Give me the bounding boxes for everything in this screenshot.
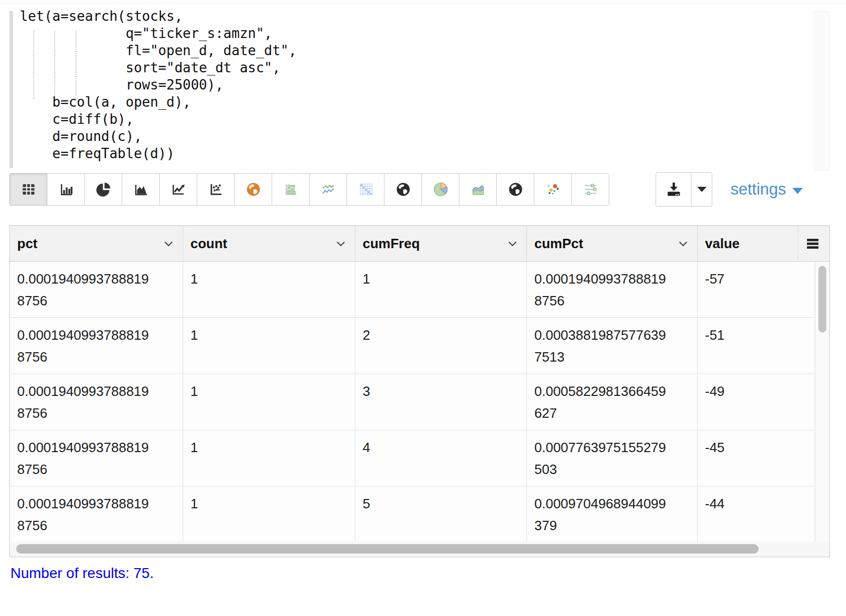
download-options-button[interactable] bbox=[691, 172, 712, 207]
bar-chart-icon bbox=[58, 182, 74, 197]
column-header-cumfreq[interactable]: cumFreq bbox=[355, 226, 527, 261]
cell-value: -45 bbox=[698, 430, 815, 486]
cell-cumpct: 0.0009704968944099379 bbox=[527, 486, 698, 542]
bubble-chart-button[interactable] bbox=[272, 173, 310, 206]
column-header-count[interactable]: count bbox=[183, 226, 355, 261]
area-chart-pastel-button[interactable] bbox=[459, 173, 497, 206]
area-chart-icon bbox=[133, 182, 149, 197]
column-label: count bbox=[190, 236, 227, 252]
pie-chart-icon bbox=[95, 182, 112, 197]
vertical-scrollbar-thumb[interactable] bbox=[818, 266, 826, 332]
cell-cumfreq: 5 bbox=[355, 486, 527, 542]
cell-cumpct: 0.0005822981366459627 bbox=[527, 374, 698, 430]
editor-gutter-bar bbox=[9, 11, 13, 168]
chevron-down-icon[interactable] bbox=[164, 241, 173, 247]
cell-pct: 0.00019409937888198756 bbox=[10, 262, 183, 317]
map-button-orange[interactable] bbox=[234, 173, 272, 206]
hamburger-menu-icon bbox=[805, 237, 820, 250]
chevron-down-icon[interactable] bbox=[678, 241, 688, 247]
cell-cumpct: 0.00019409937888198756 bbox=[527, 262, 698, 317]
area-chart-button[interactable] bbox=[122, 173, 160, 206]
line-chart-button[interactable] bbox=[159, 173, 197, 206]
cell-value: -49 bbox=[698, 374, 815, 430]
bubble-chart-icon bbox=[283, 182, 299, 197]
cell-count: 1 bbox=[183, 486, 355, 542]
table-header-row: pct count cumFreq cumPct value bbox=[10, 226, 829, 262]
code-text[interactable]: let(a=search(stocks, q="ticker_s:amzn", … bbox=[20, 8, 297, 162]
heatmap-button[interactable] bbox=[347, 173, 384, 206]
globe-dark-button-1[interactable] bbox=[384, 173, 422, 206]
pie-chart-button[interactable] bbox=[84, 173, 122, 206]
pie-chart-pastel-button[interactable] bbox=[421, 173, 459, 206]
globe-dark-button-2[interactable] bbox=[496, 173, 534, 206]
table-row: 0.00019409937888198756 1 4 0.00077639751… bbox=[10, 430, 829, 486]
caret-down-icon bbox=[697, 187, 707, 192]
levels-icon bbox=[582, 182, 599, 197]
cell-cumpct: 0.0007763975155279503 bbox=[527, 430, 698, 486]
cell-cumfreq: 4 bbox=[355, 430, 527, 486]
cell-value: -57 bbox=[698, 262, 815, 317]
code-editor[interactable]: let(a=search(stocks, q="ticker_s:amzn", … bbox=[0, 3, 846, 169]
cell-count: 1 bbox=[183, 318, 355, 374]
globe-dark-icon bbox=[395, 182, 412, 197]
table-icon bbox=[20, 182, 37, 197]
cell-cumfreq: 1 bbox=[355, 262, 527, 317]
cell-count: 1 bbox=[183, 374, 355, 430]
table-row: 0.00019409937888198756 1 3 0.00058229813… bbox=[10, 374, 829, 430]
table-row: 0.00019409937888198756 1 1 0.00019409937… bbox=[10, 262, 829, 318]
multi-line-chart-button[interactable] bbox=[309, 173, 347, 206]
cell-pct: 0.00019409937888198756 bbox=[10, 430, 183, 486]
column-label: value bbox=[705, 236, 740, 252]
table-row: 0.00019409937888198756 1 5 0.00097049689… bbox=[10, 486, 829, 542]
cell-count: 1 bbox=[183, 430, 355, 486]
cell-cumpct: 0.00038819875776397513 bbox=[527, 318, 698, 374]
settings-label: settings bbox=[730, 180, 786, 199]
table-menu-button[interactable] bbox=[798, 226, 829, 261]
globe-orange-icon bbox=[245, 182, 262, 197]
pie-chart-pastel-icon bbox=[432, 182, 449, 197]
column-label: cumPct bbox=[534, 236, 583, 252]
visualization-toolbar bbox=[9, 173, 609, 206]
results-count-text: Number of results: 75. bbox=[10, 565, 153, 582]
horizontal-scrollbar-thumb[interactable] bbox=[16, 544, 759, 554]
cell-cumfreq: 2 bbox=[355, 318, 527, 374]
cell-value: -44 bbox=[698, 486, 815, 542]
column-header-pct[interactable]: pct bbox=[10, 226, 183, 261]
cell-cumfreq: 3 bbox=[355, 374, 527, 430]
cell-pct: 0.00019409937888198756 bbox=[10, 318, 183, 374]
column-label: cumFreq bbox=[363, 236, 420, 252]
column-header-cumpct[interactable]: cumPct bbox=[527, 226, 698, 261]
area-chart-pastel-icon bbox=[470, 182, 486, 197]
multi-line-chart-icon bbox=[320, 182, 337, 197]
results-table: pct count cumFreq cumPct value 0.0 bbox=[9, 225, 830, 557]
line-chart-icon bbox=[170, 182, 187, 197]
settings-caret-icon bbox=[792, 188, 803, 194]
cell-pct: 0.00019409937888198756 bbox=[10, 374, 183, 430]
table-view-button[interactable] bbox=[9, 173, 47, 206]
table-row: 0.00019409937888198756 1 2 0.00038819875… bbox=[10, 318, 829, 374]
scatter-colored-icon bbox=[545, 182, 561, 197]
scatter-plot-icon bbox=[208, 182, 224, 197]
download-split-button bbox=[656, 172, 712, 207]
download-icon bbox=[665, 181, 683, 198]
heatmap-icon bbox=[357, 182, 374, 197]
levels-button[interactable] bbox=[571, 173, 609, 206]
bar-chart-button[interactable] bbox=[47, 173, 85, 206]
cell-count: 1 bbox=[183, 262, 355, 317]
download-button[interactable] bbox=[656, 172, 691, 207]
globe-dark-icon bbox=[507, 182, 524, 197]
editor-scrollbar-track[interactable] bbox=[814, 11, 830, 171]
settings-toggle[interactable]: settings bbox=[730, 179, 803, 200]
column-label: pct bbox=[17, 236, 37, 252]
scatter-colored-button[interactable] bbox=[534, 173, 572, 206]
cell-value: -51 bbox=[698, 318, 815, 374]
chevron-down-icon[interactable] bbox=[336, 241, 345, 247]
scatter-plot-button[interactable] bbox=[197, 173, 235, 206]
vertical-scrollbar-track[interactable] bbox=[815, 262, 829, 542]
horizontal-scrollbar-track[interactable] bbox=[10, 542, 829, 557]
chevron-down-icon[interactable] bbox=[508, 241, 517, 247]
column-header-value[interactable]: value bbox=[698, 226, 798, 261]
cell-pct: 0.00019409937888198756 bbox=[10, 486, 183, 542]
table-body: 0.00019409937888198756 1 1 0.00019409937… bbox=[10, 262, 829, 542]
